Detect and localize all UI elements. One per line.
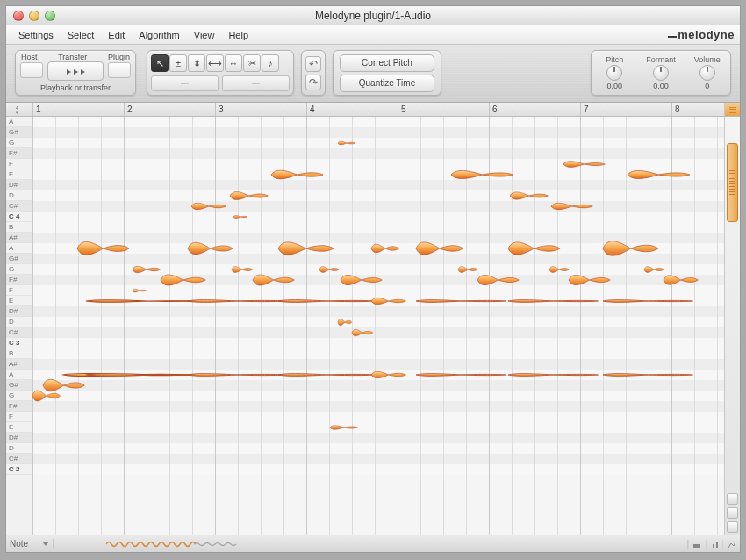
note-editor[interactable]	[32, 117, 724, 535]
pitch-tool-icon[interactable]: ±	[169, 54, 187, 72]
note-blob[interactable]	[338, 139, 355, 147]
pitch-label: C 2	[6, 464, 32, 475]
note-blob[interactable]	[416, 244, 463, 253]
note-blob[interactable]	[191, 202, 226, 211]
note-blob[interactable]	[188, 370, 284, 379]
scroll-button-1[interactable]	[727, 493, 738, 505]
note-blob[interactable]	[510, 191, 548, 200]
pitch-ruler[interactable]: AG#GF#FED#DC#C 4BA#AG#GF#FED#DC#C 3BA#AG…	[6, 117, 32, 535]
scroll-button-2[interactable]	[727, 507, 738, 519]
pitch-label: B	[6, 348, 32, 359]
note-blob[interactable]	[341, 276, 382, 284]
zoom-window-button[interactable]	[45, 11, 55, 21]
close-window-button[interactable]	[13, 11, 24, 21]
pitch-label: B	[6, 222, 32, 233]
knob-formant[interactable]: Formant0.00	[638, 51, 685, 95]
note-blob[interactable]	[628, 170, 690, 179]
vertical-scroll[interactable]	[724, 117, 740, 535]
status-bar: Note	[6, 535, 740, 552]
scroll-button-3[interactable]	[727, 521, 738, 533]
note-blob[interactable]	[188, 297, 284, 305]
note-blob[interactable]	[278, 370, 375, 379]
knob-dial-icon	[699, 65, 715, 81]
status-tool-1[interactable]	[688, 540, 706, 549]
vertical-zoom-handle[interactable]	[727, 143, 738, 222]
pitch-label: A	[6, 243, 32, 254]
note-blob[interactable]	[278, 244, 334, 253]
note-blob[interactable]	[319, 265, 339, 274]
plugin-indicator	[108, 62, 131, 78]
note-blob[interactable]	[664, 276, 698, 284]
note-blob[interactable]	[133, 286, 147, 295]
note-blob[interactable]	[563, 160, 605, 169]
minimize-window-button[interactable]	[29, 11, 39, 21]
time-signature-icon[interactable]: 44	[6, 103, 32, 116]
menu-view[interactable]: View	[187, 30, 222, 40]
correct-pitch-button[interactable]: Correct Pitch	[340, 54, 434, 72]
amplitude-overview[interactable]	[54, 535, 687, 552]
knob-pitch[interactable]: Pitch0.00	[592, 51, 638, 95]
pitch-label: F	[6, 285, 32, 296]
menu-settings[interactable]: Settings	[11, 30, 61, 40]
note-blob[interactable]	[458, 265, 477, 274]
note-blob[interactable]	[603, 244, 658, 253]
note-tool-icon[interactable]: ♪	[262, 54, 279, 72]
note-blob[interactable]	[451, 170, 513, 179]
horizontal-zoom-handle[interactable]	[724, 103, 740, 116]
note-blob[interactable]	[549, 265, 569, 274]
separate-tool-icon[interactable]: ✂	[243, 54, 261, 72]
note-blob[interactable]	[508, 370, 598, 379]
note-blob[interactable]	[232, 265, 253, 274]
note-blob[interactable]	[278, 297, 375, 305]
note-blob[interactable]	[43, 381, 84, 390]
redo-button[interactable]: ↷	[305, 75, 321, 90]
note-blob[interactable]	[352, 328, 373, 337]
note-blob[interactable]	[644, 265, 664, 274]
note-blob[interactable]	[133, 265, 161, 274]
note-blob[interactable]	[233, 212, 247, 221]
pitch-label: D	[6, 190, 32, 201]
note-blob[interactable]	[569, 276, 610, 284]
modulation-tool-icon[interactable]: ⬍	[188, 54, 205, 72]
note-blob[interactable]	[230, 191, 268, 200]
note-blob[interactable]	[371, 244, 399, 253]
note-blob[interactable]	[416, 297, 506, 305]
info-display-1: ---	[151, 75, 219, 91]
pointer-tool-icon[interactable]: ↖	[151, 54, 169, 72]
time-ruler[interactable]: 44 12345678	[6, 103, 740, 117]
note-blob[interactable]	[371, 370, 405, 379]
note-blob[interactable]	[551, 202, 592, 211]
drift-tool-icon[interactable]: ⟷	[206, 54, 224, 72]
pitch-label: F#	[6, 148, 32, 159]
note-blob[interactable]	[508, 244, 560, 253]
note-blob[interactable]	[508, 297, 598, 305]
pitch-label: C 4	[6, 212, 32, 222]
note-blob[interactable]	[161, 276, 205, 284]
menu-edit[interactable]: Edit	[101, 30, 132, 40]
transfer-button[interactable]	[47, 61, 104, 81]
menu-select[interactable]: Select	[61, 30, 102, 40]
stretch-tool-icon[interactable]: ↔	[225, 54, 242, 72]
note-blob[interactable]	[371, 297, 405, 305]
note-blob[interactable]	[603, 297, 692, 305]
menu-help[interactable]: Help	[221, 30, 255, 40]
pitch-label: F#	[6, 275, 32, 285]
note-blob[interactable]	[338, 318, 352, 327]
note-blob[interactable]	[477, 276, 519, 284]
note-blob[interactable]	[416, 370, 506, 379]
undo-button[interactable]: ↶	[305, 56, 321, 72]
menu-algorithm[interactable]: Algorithm	[132, 30, 186, 40]
knob-volume[interactable]: Volume0	[684, 51, 730, 95]
note-blob[interactable]	[77, 244, 129, 253]
note-blob[interactable]	[253, 276, 294, 284]
note-blob[interactable]	[188, 244, 233, 253]
status-tool-2[interactable]	[706, 540, 723, 549]
note-blob[interactable]	[603, 370, 692, 379]
note-selector[interactable]: Note	[6, 539, 54, 549]
note-blob[interactable]	[330, 423, 358, 432]
note-blob[interactable]	[32, 391, 61, 400]
bar-marker: 3	[215, 103, 224, 116]
note-blob[interactable]	[271, 170, 323, 179]
quantize-time-button[interactable]: Quantize Time	[340, 75, 434, 92]
status-tool-3[interactable]	[722, 540, 740, 549]
